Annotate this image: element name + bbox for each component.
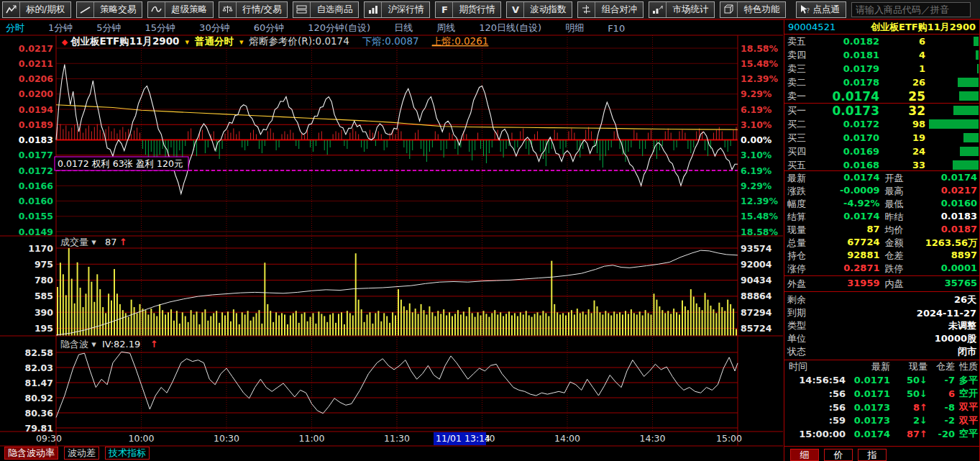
diandiantong-button[interactable]: ?点点通 — [796, 1, 846, 18]
indicator-tab-2[interactable]: 技术指标 — [105, 447, 150, 460]
panel-tab-价[interactable]: 价 — [824, 449, 853, 461]
svg-text:0.0172 权利 63张 盈利 120元: 0.0172 权利 63张 盈利 120元 — [58, 158, 183, 169]
detail-row-7: 涨停0.2871跌停0.0001 — [784, 263, 979, 275]
info-row-0: 剩余26天 — [784, 293, 979, 306]
detail-row-3: 结算0.0174昨结0.0183 — [784, 211, 979, 224]
ask-row-3[interactable]: 卖三0.01791 — [784, 62, 979, 76]
tick-row-1: :560.017150↓6空开 — [784, 387, 979, 401]
svg-text:上熔:0.0261: 上熔:0.0261 — [432, 35, 489, 47]
bid-row-4[interactable]: 买四0.016924 — [784, 145, 979, 158]
bid-row-5[interactable]: 买五0.016833 — [784, 158, 979, 172]
svg-text:3.10%: 3.10% — [741, 150, 772, 160]
svg-text:3.10%: 3.10% — [741, 119, 772, 130]
svg-text:975: 975 — [35, 259, 53, 270]
svg-text:82.58: 82.58 — [24, 347, 53, 358]
detail-row-4: 现量87均价0.0187 — [784, 224, 979, 237]
svg-text:成交量 ▾: 成交量 ▾ — [60, 237, 96, 247]
tick-row-4: 15:00:000.017487↑-20空平 — [784, 427, 979, 441]
depth-bar — [974, 37, 979, 46]
svg-text:14:30: 14:30 — [639, 433, 665, 444]
svg-text:熔断参考价(R):0.0174: 熔断参考价(R):0.0174 — [249, 35, 349, 47]
svg-text:780: 780 — [35, 275, 53, 286]
panel-tab-指[interactable]: 指 — [858, 449, 887, 461]
svg-text:0.0155: 0.0155 — [19, 211, 53, 222]
ask-row-5[interactable]: 卖五0.01826 — [784, 35, 979, 48]
intraday-chart[interactable]: 0.02170.02110.02060.02000.01940.01890.01… — [0, 0, 784, 461]
depth-bar — [953, 106, 979, 115]
svg-text:隐含波 ▾: 隐含波 ▾ — [60, 339, 96, 350]
inner-outer-volume: 外盘31959内盘35765 — [784, 276, 979, 292]
svg-text:9.29%: 9.29% — [741, 88, 772, 99]
detail-row-0: 最新0.0174开盘0.0174 — [784, 172, 979, 185]
svg-text:12.39%: 12.39% — [741, 73, 779, 84]
panel-tabs: 细价指 — [784, 446, 980, 461]
svg-text:80.36: 80.36 — [24, 408, 53, 419]
symbol-search-input[interactable] — [851, 2, 971, 17]
svg-text:11:30: 11:30 — [384, 433, 410, 444]
depth-bar — [976, 50, 979, 60]
indicator-tab-1[interactable]: 波动差 — [64, 447, 99, 460]
quote-panel: 90004521 创业板ETF购11月2900 卖五0.01826卖四0.018… — [784, 20, 980, 461]
svg-text:0.0183: 0.0183 — [19, 134, 53, 145]
info-row-4: 状态闭市 — [784, 345, 979, 358]
svg-text:15.48%: 15.48% — [741, 58, 779, 69]
indicator-tab-0[interactable]: 隐含波动率 — [4, 447, 58, 460]
svg-text:79.81: 79.81 — [24, 423, 53, 434]
svg-text:85724: 85724 — [741, 323, 772, 334]
ask-row-2[interactable]: 卖二0.017826 — [784, 76, 979, 89]
order-book: 卖五0.01826卖四0.01814卖三0.01791卖二0.017826卖一0… — [784, 35, 979, 171]
svg-text:▾: ▾ — [186, 37, 190, 47]
svg-text:0.0200: 0.0200 — [19, 88, 54, 99]
svg-text:14:00: 14:00 — [554, 433, 580, 444]
trading-terminal: { "toolbar": { "items": [ {"icon":"zigza… — [0, 0, 980, 461]
bid-row-2[interactable]: 买二0.017298 — [784, 117, 979, 131]
svg-text:585: 585 — [35, 291, 53, 301]
bottom-indicator-tabs: 隐含波动率波动差技术指标 — [4, 447, 150, 460]
svg-text:10:00: 10:00 — [128, 433, 154, 444]
bid-row-3[interactable]: 买三0.017019 — [784, 131, 979, 145]
info-row-2: 类型未调整 — [784, 319, 979, 332]
svg-text:87294: 87294 — [741, 307, 772, 318]
depth-bar — [953, 160, 979, 170]
svg-text:82.03: 82.03 — [24, 362, 53, 373]
contract-name: 创业板ETF购11月2900 — [871, 21, 976, 34]
svg-text:0.0211: 0.0211 — [19, 58, 53, 69]
svg-text:?: ? — [807, 7, 810, 14]
depth-bar — [958, 78, 979, 87]
detail-row-6: 持仓92881仓差8897 — [784, 250, 979, 263]
pointer-icon: ? — [797, 2, 810, 17]
svg-text:09:30: 09:30 — [36, 433, 62, 444]
depth-bar — [959, 91, 979, 101]
detail-row-2: 幅度-4.92%最低0.0160 — [784, 198, 979, 211]
ask-row-1[interactable]: 卖一0.017425 — [784, 89, 979, 103]
svg-text:下熔:0.0087: 下熔:0.0087 — [362, 35, 419, 47]
ask-row-4[interactable]: 卖四0.01814 — [784, 48, 979, 62]
svg-text:11/01 13:14: 11/01 13:14 — [436, 433, 490, 444]
contract-code: 90004521 — [788, 22, 835, 32]
svg-text:1170: 1170 — [28, 243, 53, 254]
tick-table: 时间最新现量仓差性质14:56:540.017150↓-7多平:560.0171… — [784, 360, 979, 441]
svg-text:创业板ETF购11月2900: 创业板ETF购11月2900 — [70, 35, 180, 47]
tick-row-0: 14:56:540.017150↓-7多平 — [784, 374, 979, 388]
quote-details: 最新0.0174开盘0.0174涨跌-0.0009最高0.0217幅度-4.92… — [784, 171, 979, 276]
bid-row-1[interactable]: 买一0.017332 — [784, 104, 979, 117]
svg-text:0.0177: 0.0177 — [19, 150, 53, 160]
tick-row-3: :590.01732↓-2双平 — [784, 414, 979, 427]
svg-text:9.29%: 9.29% — [741, 181, 772, 191]
svg-text:390: 390 — [35, 307, 53, 318]
svg-text:0.0206: 0.0206 — [19, 73, 54, 84]
svg-text:18.58%: 18.58% — [741, 43, 779, 54]
svg-text:↑: ↑ — [150, 339, 158, 350]
svg-text:▾: ▾ — [239, 37, 244, 47]
depth-bar — [977, 64, 979, 73]
depth-bar — [929, 119, 979, 129]
detail-row-5: 总量67724金额1263.56万 — [784, 237, 979, 250]
svg-text:10:30: 10:30 — [214, 433, 239, 444]
svg-text:11:00: 11:00 — [298, 433, 324, 444]
svg-text:80.92: 80.92 — [24, 393, 53, 403]
panel-tab-细[interactable]: 细 — [790, 449, 819, 461]
svg-text:0.00%: 0.00% — [741, 134, 772, 145]
detail-row-1: 涨跌-0.0009最高0.0217 — [784, 185, 979, 198]
svg-text:0.0160: 0.0160 — [19, 196, 54, 206]
svg-text:88864: 88864 — [741, 291, 772, 301]
